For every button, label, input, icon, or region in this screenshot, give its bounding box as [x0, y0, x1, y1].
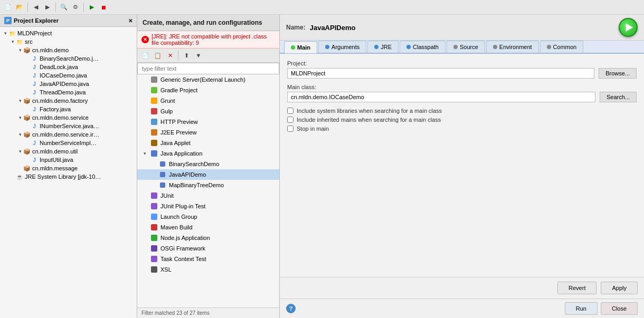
tree-item[interactable]: ▾📁MLDNProject — [0, 29, 137, 37]
tree-item[interactable]: ▾📦cn.mldn.demo — [0, 46, 137, 54]
tab-env[interactable]: Environment — [486, 41, 539, 53]
tree-item-label: src — [25, 38, 33, 45]
tree-item[interactable]: JBinarySearchDemo.j… — [0, 54, 137, 63]
config-item[interactable]: XSL — [137, 264, 279, 275]
close-button[interactable]: Close — [601, 302, 638, 315]
config-item[interactable]: Generic Server(External Launch) — [137, 74, 279, 85]
tree-item[interactable]: JNumberServiceImpl… — [0, 139, 137, 147]
run-button[interactable] — [619, 18, 638, 37]
tree-expand-arrow[interactable] — [24, 72, 31, 79]
toolbar-back-icon[interactable]: ◀ — [31, 3, 41, 12]
toolbar-open-icon[interactable]: 📂 — [15, 3, 24, 12]
tree-item[interactable]: ▾📦cn.mldn.demo.service.ir… — [0, 130, 137, 139]
config-item-icon — [150, 191, 158, 200]
config-item[interactable]: Node.js Application — [137, 233, 279, 243]
revert-button[interactable]: Revert — [557, 282, 596, 294]
toolbar-run-icon[interactable]: ▶ — [87, 3, 97, 12]
tree-expand-arrow[interactable] — [24, 140, 31, 146]
tree-item[interactable]: JINumberService.java… — [0, 122, 137, 130]
tree-expand-arrow[interactable] — [17, 165, 23, 171]
config-item[interactable]: OSGi Framework — [137, 243, 279, 254]
config-item[interactable]: BinarySearchDemo — [137, 159, 279, 169]
apply-button[interactable]: Apply — [601, 282, 638, 294]
config-item[interactable]: HTTP Preview — [137, 117, 279, 127]
config-item[interactable]: Task Context Test — [137, 254, 279, 264]
tab-args[interactable]: Arguments — [318, 41, 366, 53]
tab-classpath[interactable]: Classpath — [400, 41, 446, 53]
config-expand-arrow[interactable]: ▾ — [144, 151, 150, 156]
toolbar-gear-icon[interactable]: ⚙ — [71, 3, 80, 12]
stop-in-main-checkbox[interactable] — [287, 126, 293, 132]
tab-jre[interactable]: JRE — [367, 41, 399, 53]
main-class-search-button[interactable]: Search... — [600, 92, 637, 102]
tree-item-label: cn.mldn.demo.util — [32, 148, 78, 155]
include-inherited-mains-label: Include inherited mains when searching f… — [297, 117, 441, 123]
tree-expand-arrow[interactable] — [24, 81, 31, 87]
toolbar-stop-icon[interactable]: ⏹ — [99, 3, 108, 12]
config-item[interactable]: JavaAPIDemo — [137, 169, 279, 180]
config-item[interactable]: Java Applet — [137, 138, 279, 148]
tree-item[interactable]: JThreadDemo.java — [0, 88, 137, 97]
config-item[interactable]: J2EE Preview — [137, 127, 279, 138]
tree-expand-arrow[interactable] — [24, 55, 31, 62]
tree-expand-arrow[interactable]: ▾ — [17, 131, 23, 138]
tree-item[interactable]: JJavaAPIDemo.java — [0, 80, 137, 88]
config-item-label: JUnit — [160, 192, 174, 199]
tab-source[interactable]: Source — [447, 41, 485, 53]
tree-item[interactable]: JDeadLock.java — [0, 63, 137, 71]
run-config-button[interactable]: Run — [565, 302, 598, 315]
tree-item[interactable]: ☕JRE System Library [jdk-10… — [0, 172, 137, 181]
tab-main[interactable]: Main — [284, 41, 317, 53]
tree-expand-arrow[interactable]: ▾ — [17, 148, 23, 155]
tree-item[interactable]: ▾📦cn.mldn.demo.service — [0, 113, 137, 122]
config-item[interactable]: Maven Build — [137, 222, 279, 233]
tree-item[interactable]: ▾📦cn.mldn.demo.factory — [0, 97, 137, 105]
delete-config-button[interactable]: ✕ — [165, 50, 175, 61]
tree-item[interactable]: JFactory.java — [0, 105, 137, 113]
tree-expand-arrow[interactable]: ▾ — [10, 38, 16, 45]
main-class-input[interactable] — [287, 92, 595, 102]
tree-expand-arrow[interactable]: ▾ — [17, 114, 23, 121]
config-item[interactable]: JUnit Plug-in Test — [137, 201, 279, 211]
include-inherited-mains-checkbox[interactable] — [287, 117, 293, 123]
tree-expand-arrow[interactable] — [24, 106, 31, 112]
explorer-close-icon[interactable]: ✕ — [128, 18, 132, 24]
config-item-icon — [150, 128, 158, 137]
tree-item[interactable]: ▾📁src — [0, 37, 137, 46]
new-config-button[interactable]: 📄 — [140, 50, 151, 61]
config-item[interactable]: Launch Group — [137, 211, 279, 222]
toolbar-forward-icon[interactable]: ▶ — [43, 3, 52, 12]
tree-expand-arrow[interactable] — [24, 123, 31, 129]
tree-item-icon: J — [31, 80, 38, 88]
include-system-libs-checkbox[interactable] — [287, 108, 293, 114]
config-item[interactable]: Grunt — [137, 95, 279, 106]
filter-input[interactable] — [137, 63, 279, 74]
tree-expand-arrow[interactable] — [24, 89, 31, 95]
help-icon[interactable]: ? — [286, 304, 296, 313]
project-label: Project: — [287, 60, 637, 66]
config-item[interactable]: Gulp — [137, 106, 279, 117]
tree-expand-arrow[interactable] — [10, 174, 16, 180]
config-item[interactable]: JUnit — [137, 190, 279, 201]
duplicate-config-button[interactable]: 📋 — [153, 50, 163, 61]
tree-item[interactable]: JIOCaseDemo.java — [0, 71, 137, 80]
collapse-all-button[interactable]: ⬆ — [181, 50, 192, 61]
tab-common[interactable]: Common — [540, 41, 584, 53]
filter-button[interactable]: ▼ — [193, 50, 204, 61]
toolbar-new-icon[interactable]: 📄 — [3, 3, 13, 12]
tree-expand-arrow[interactable]: ▾ — [17, 47, 23, 53]
config-item-icon — [158, 181, 167, 189]
tree-expand-arrow[interactable]: ▾ — [17, 98, 23, 104]
tree-expand-arrow[interactable] — [24, 157, 31, 163]
toolbar-search-icon[interactable]: 🔍 — [59, 3, 69, 12]
tree-expand-arrow[interactable] — [24, 64, 31, 70]
tree-item[interactable]: ▾📦cn.mldn.demo.util — [0, 147, 137, 156]
tree-item[interactable]: 📦cn.mldn.message — [0, 164, 137, 172]
config-item[interactable]: Gradle Project — [137, 85, 279, 95]
project-browse-button[interactable]: Browse... — [599, 68, 637, 79]
config-item[interactable]: ▾Java Application — [137, 148, 279, 159]
tree-item[interactable]: JInputUtil.java — [0, 156, 137, 164]
project-input[interactable] — [287, 68, 594, 79]
config-item[interactable]: MapBinaryTreeDemo — [137, 180, 279, 190]
tree-expand-arrow[interactable]: ▾ — [2, 30, 8, 36]
